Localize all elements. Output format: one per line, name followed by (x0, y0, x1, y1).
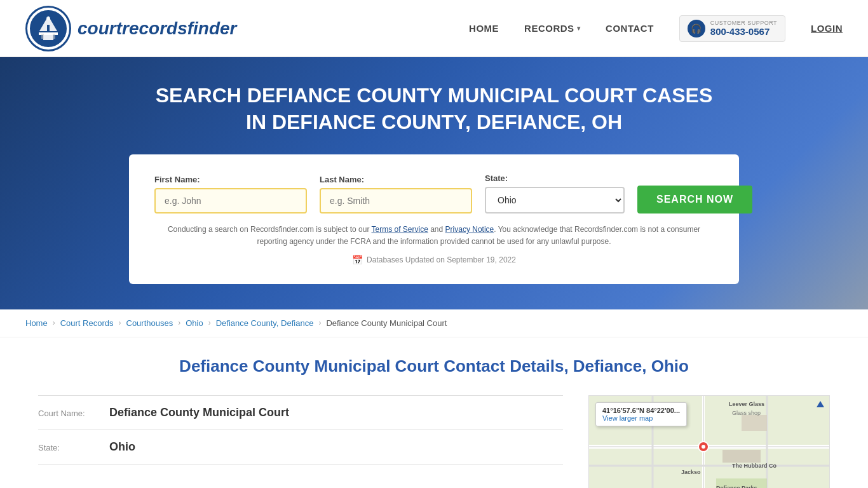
nav-records[interactable]: RECORDS ▾ (524, 23, 580, 34)
court-name-label: Court Name: (38, 409, 102, 418)
search-fields: First Name: Last Name: State: AlabamaAla… (154, 173, 714, 214)
map-label-hubbard: The Hubbard Co (732, 463, 776, 469)
breadcrumb-ohio[interactable]: Ohio (186, 318, 203, 328)
search-disclaimer: Conducting a search on Recordsfinder.com… (154, 224, 714, 248)
breadcrumb-current: Defiance County Municipal Court (326, 318, 447, 328)
page-heading: Defiance County Municipal Court Contact … (38, 356, 830, 376)
first-name-label: First Name: (154, 175, 307, 184)
nav-login[interactable]: LOGIN (811, 23, 843, 34)
info-row-court-name: Court Name: Defiance County Municipal Co… (38, 396, 563, 430)
db-updated: 📅 Databases Updated on September 19, 202… (154, 255, 714, 265)
breadcrumb-sep-1: › (53, 318, 55, 327)
state-info-value: Ohio (109, 440, 135, 454)
logo-text: courtrecordsfinder (78, 18, 237, 39)
chevron-down-icon: ▾ (577, 25, 581, 32)
svg-rect-7 (53, 34, 55, 39)
support-box[interactable]: 🎧 CUSTOMER SUPPORT 800-433-0567 (679, 15, 785, 42)
map-label-defiance-parks: Defiance Parks (716, 485, 757, 488)
info-row-state: State: Ohio (38, 430, 563, 464)
state-select[interactable]: AlabamaAlaskaArizonaArkansasCaliforniaCo… (485, 187, 625, 214)
logo-icon (25, 6, 71, 51)
state-info-label: State: (38, 443, 102, 452)
terms-link[interactable]: Terms of Service (372, 225, 428, 234)
svg-rect-17 (722, 450, 761, 463)
support-number: 800-433-0567 (710, 26, 777, 37)
nav-records-label: RECORDS (524, 23, 574, 34)
map-section: Leever Glass Glass shop The Hubbard Co D… (588, 395, 830, 488)
main-content: Defiance County Municipal Court Contact … (0, 337, 868, 488)
svg-rect-18 (742, 415, 767, 431)
logo-area[interactable]: courtrecordsfinder (25, 6, 237, 51)
map-label-glass-shop: Glass shop (732, 410, 761, 416)
nav-contact[interactable]: CONTACT (606, 23, 654, 34)
logo-svg (29, 10, 67, 48)
breadcrumb-home[interactable]: Home (25, 318, 48, 328)
logo-text-bold: finder (187, 18, 237, 38)
map-label-leever: Leever Glass (729, 401, 764, 407)
privacy-link[interactable]: Privacy Notice (445, 225, 494, 234)
svg-point-5 (46, 17, 50, 20)
breadcrumb: Home › Court Records › Courthouses › Ohi… (0, 309, 868, 337)
breadcrumb-sep-2: › (119, 318, 121, 327)
map-triangle-icon (817, 401, 824, 407)
map-label-jackson: Jackso (681, 469, 701, 475)
map-popup: 41°16'57.6"N 84°22'00... View larger map (595, 402, 687, 426)
breadcrumb-court-records[interactable]: Court Records (60, 318, 114, 328)
content-layout: Court Name: Defiance County Municipal Co… (38, 395, 830, 488)
site-header: courtrecordsfinder HOME RECORDS ▾ CONTAC… (0, 0, 868, 57)
main-nav: HOME RECORDS ▾ CONTACT 🎧 CUSTOMER SUPPOR… (469, 15, 843, 42)
hero-title: SEARCH DEFIANCE COUNTY MUNICIPAL COURT C… (148, 83, 720, 135)
info-table: Court Name: Defiance County Municipal Co… (38, 395, 563, 488)
db-updated-text: Databases Updated on September 19, 2022 (367, 255, 516, 264)
last-name-group: Last Name: (320, 175, 472, 214)
svg-rect-4 (47, 25, 50, 31)
svg-rect-6 (41, 34, 44, 39)
last-name-input[interactable] (320, 188, 472, 214)
first-name-input[interactable] (154, 188, 307, 214)
court-name-value: Defiance County Municipal Court (109, 406, 289, 419)
support-label: CUSTOMER SUPPORT (710, 20, 777, 26)
map-coords: 41°16'57.6"N 84°22'00... (602, 407, 680, 414)
nav-home[interactable]: HOME (469, 23, 499, 34)
map-container: Leever Glass Glass shop The Hubbard Co D… (588, 395, 830, 488)
search-button[interactable]: SEARCH NOW (637, 186, 752, 214)
breadcrumb-sep-3: › (178, 318, 180, 327)
headset-icon: 🎧 (688, 20, 705, 37)
breadcrumb-defiance-county[interactable]: Defiance County, Defiance (216, 318, 314, 328)
search-box: First Name: Last Name: State: AlabamaAla… (129, 154, 739, 283)
state-label: State: (485, 173, 625, 183)
state-group: State: AlabamaAlaskaArizonaArkansasCalif… (485, 173, 625, 214)
breadcrumb-courthouses[interactable]: Courthouses (126, 318, 173, 328)
svg-point-20 (702, 445, 705, 449)
breadcrumb-sep-4: › (208, 318, 211, 327)
support-text: CUSTOMER SUPPORT 800-433-0567 (710, 20, 777, 37)
breadcrumb-sep-5: › (318, 318, 321, 327)
logo-text-regular: courtrecords (78, 18, 187, 38)
calendar-icon: 📅 (352, 255, 363, 265)
first-name-group: First Name: (154, 175, 307, 214)
hero-section: SEARCH DEFIANCE COUNTY MUNICIPAL COURT C… (0, 57, 868, 309)
view-larger-map-link[interactable]: View larger map (602, 414, 653, 422)
last-name-label: Last Name: (320, 175, 472, 184)
